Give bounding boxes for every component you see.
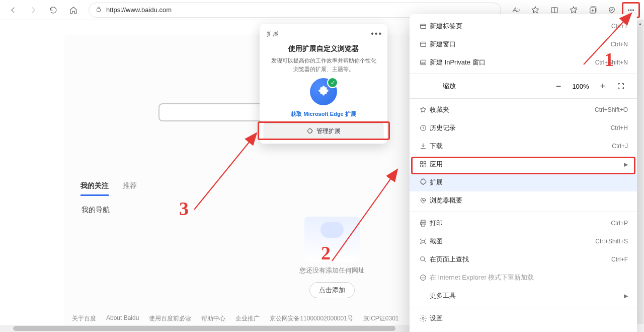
svg-point-10 [424, 62, 425, 64]
menu-apps[interactable]: 应用▶ [410, 155, 637, 173]
footer-link[interactable]: 帮助中心 [201, 314, 225, 323]
menu-help[interactable]: 帮助和反馈▶ [410, 327, 637, 332]
menu-zoom: 缩放 − 100% + [410, 76, 637, 96]
menu-favorites[interactable]: 收藏夹Ctrl+Shift+O [410, 101, 637, 119]
svg-rect-6 [421, 24, 426, 29]
ie-icon [417, 274, 430, 282]
get-extensions-link[interactable]: 获取 Microsoft Edge 扩展 [260, 110, 387, 118]
menu-screenshot[interactable]: 截图Ctrl+Shift+S [410, 232, 637, 250]
extensions-popup-header: 扩展 [267, 30, 279, 38]
footer-link[interactable]: 京公网安备11000002000001号 [270, 314, 353, 323]
footer-link[interactable]: About Baidu [106, 314, 139, 323]
svg-rect-8 [421, 60, 426, 64]
menu-new-tab[interactable]: 新建标签页Ctrl+T [410, 17, 637, 35]
star-icon [417, 106, 430, 114]
pulse-icon [417, 196, 430, 205]
add-link-button[interactable]: 点击添加 [309, 282, 355, 298]
extensions-popup-more[interactable]: ••• [371, 29, 382, 38]
refresh-button[interactable] [44, 2, 62, 18]
history-icon [417, 124, 430, 132]
tab-icon [417, 22, 430, 30]
svg-point-4 [630, 9, 631, 10]
annotation-number-3: 3 [179, 197, 189, 220]
menu-inprivate[interactable]: 新建 InPrivate 窗口Ctrl+Shift+N [410, 53, 637, 72]
menu-browser-essentials[interactable]: 浏览器概要 [410, 191, 637, 210]
my-nav-label: 我的导航 [82, 206, 110, 215]
inprivate-icon [417, 58, 430, 67]
download-icon [417, 142, 430, 150]
apps-icon [417, 160, 430, 168]
svg-rect-0 [97, 9, 101, 11]
empty-state-illustration [304, 217, 360, 262]
menu-ie-mode: 在 Internet Explorer 模式下重新加载 [410, 269, 637, 287]
footer-links: 关于百度 About Baidu 使用百度前必读 帮助中心 企业推广 京公网安备… [72, 314, 399, 323]
menu-downloads[interactable]: 下载Ctrl+J [410, 137, 637, 155]
svg-point-22 [422, 317, 424, 319]
svg-point-20 [421, 257, 425, 261]
puzzle-icon [310, 78, 337, 105]
footer-link[interactable]: 企业推广 [235, 314, 260, 323]
back-button[interactable] [4, 2, 22, 18]
extensions-popup-title: 使用扩展自定义浏览器 [268, 44, 379, 53]
svg-point-5 [632, 9, 633, 10]
extensions-popup-desc: 发现可以提高你的工作效率并帮助你个性化浏览器的扩展、主题等。 [270, 56, 377, 73]
svg-point-3 [628, 9, 629, 10]
footer-link[interactable]: 京ICP证0301 [363, 314, 399, 323]
svg-rect-7 [421, 42, 426, 46]
menu-print[interactable]: 打印Ctrl+P [410, 214, 637, 232]
print-icon [417, 219, 430, 227]
svg-rect-15 [424, 165, 426, 167]
svg-point-9 [422, 62, 423, 64]
menu-history[interactable]: 历史记录Ctrl+H [410, 119, 637, 137]
forward-button[interactable] [24, 2, 42, 18]
vertical-scrollbar[interactable]: ▴ [637, 20, 643, 324]
extension-icon [417, 178, 430, 186]
zoom-in-button[interactable]: + [594, 79, 612, 94]
tab-recommend[interactable]: 推荐 [123, 181, 137, 196]
menu-find[interactable]: 在页面上查找Ctrl+F [410, 250, 637, 269]
svg-rect-19 [422, 240, 424, 242]
footer-link[interactable]: 关于百度 [72, 314, 96, 323]
svg-point-21 [421, 275, 426, 281]
lock-icon [95, 6, 102, 15]
home-button[interactable] [64, 2, 83, 18]
annotation-number-1: 1 [604, 48, 614, 71]
zoom-value: 100% [568, 83, 594, 90]
svg-rect-16 [421, 220, 425, 222]
menu-settings[interactable]: 设置 [410, 309, 637, 327]
gear-icon [417, 314, 430, 322]
menu-new-window[interactable]: 新建窗口Ctrl+N [410, 35, 637, 53]
search-icon [417, 255, 430, 263]
tab-my-follow[interactable]: 我的关注 [80, 181, 109, 196]
extensions-popup: 扩展 ••• 使用扩展自定义浏览器 发现可以提高你的工作效率并帮助你个性化浏览器… [260, 24, 387, 144]
footer-link[interactable]: 使用百度前必读 [149, 314, 191, 323]
svg-rect-13 [424, 162, 426, 164]
annotation-number-2: 2 [321, 242, 331, 264]
fullscreen-button[interactable] [612, 82, 630, 90]
menu-extensions[interactable]: 扩展 [410, 173, 637, 191]
manage-extensions-button[interactable]: 管理扩展 [264, 123, 383, 140]
settings-menu: 新建标签页Ctrl+T 新建窗口Ctrl+N 新建 InPrivate 窗口Ct… [410, 14, 637, 332]
svg-rect-14 [421, 165, 423, 167]
svg-rect-12 [421, 162, 423, 164]
menu-more-tools[interactable]: 更多工具▶ [410, 287, 637, 305]
url-text: https://www.baidu.com [106, 6, 172, 14]
screenshot-icon [417, 237, 430, 245]
window-icon [417, 40, 430, 48]
empty-state-text: 您还没有添加任何网址 [287, 266, 377, 275]
zoom-out-button[interactable]: − [549, 79, 568, 94]
